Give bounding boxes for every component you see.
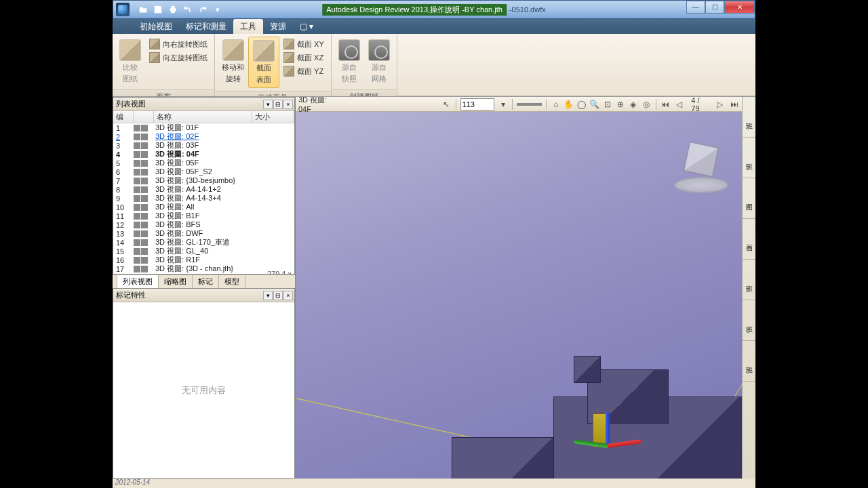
redo-icon[interactable] [196, 3, 210, 16]
gizmo-z-axis[interactable] [606, 412, 610, 446]
menu-more[interactable]: ▢ ▾ [293, 19, 320, 34]
nav-icon[interactable]: ◈ [628, 99, 639, 110]
titlebar: ▾ Autodesk Design Review 2013,操作說明 -BY c… [113, 0, 755, 19]
list-view-panel: 列表视图 ▾ ⊟ × 编号 名称 大小 13D 視圖: 01F23D 視圖: 0… [113, 97, 295, 274]
home-icon[interactable]: ⌂ [551, 99, 561, 110]
chevron-down-icon[interactable]: ▾ [211, 3, 224, 16]
first-page-icon[interactable]: ⏮ [660, 99, 671, 110]
menu-初始视图[interactable]: 初始视图 [133, 19, 179, 34]
zoom-extents-icon[interactable]: ⊕ [615, 99, 626, 110]
minimize-button[interactable]: — [686, 1, 705, 14]
quick-access-toolbar: ▾ [136, 3, 224, 16]
rail-button[interactable]: 班班 [743, 341, 755, 382]
orbit-icon[interactable]: ◯ [576, 99, 587, 110]
page-indicator: 4 / 79 [691, 96, 708, 113]
view-title: 3D 視圖: 04F [298, 96, 338, 113]
tab-列表视图[interactable]: 列表视图 [117, 274, 159, 288]
panel-close-icon[interactable]: × [283, 100, 293, 109]
gizmo-x-axis[interactable] [608, 439, 642, 448]
move-gizmo[interactable] [567, 403, 648, 479]
pan-icon[interactable]: ✋ [564, 99, 574, 110]
list-item[interactable]: 18剖面圖: A4-01_2279.4 x 215. [113, 273, 294, 274]
view-cube[interactable] [674, 139, 728, 193]
cursor-icon[interactable]: ↖ [441, 99, 452, 110]
ribbon-移动和旋转[interactable]: 移动和旋转 [218, 37, 248, 87]
ribbon-截面表面[interactable]: 截面表面 [248, 37, 279, 88]
prev-page-icon[interactable]: ◁ [675, 99, 685, 110]
zoom-window-icon[interactable]: ⊡ [602, 99, 613, 110]
save-icon[interactable] [151, 3, 165, 16]
close-button[interactable]: ✕ [724, 1, 755, 14]
rail-button[interactable]: 班班 [743, 300, 755, 341]
menu-资源[interactable]: 资源 [263, 19, 293, 34]
col-size[interactable]: 大小 [252, 111, 294, 123]
col-name[interactable]: 名称 [154, 111, 252, 123]
panel-tabs: 列表视图缩略图标记模型 [113, 274, 295, 288]
tab-标记[interactable]: 标记 [192, 274, 219, 288]
viewer-toolbar: 3D 視圖: 04F ↖ ▾ ⌂ ✋ ◯ 🔍 ⊡ ⊕ ◈ ◎ [296, 97, 742, 112]
rail-button[interactable]: 班班 [743, 260, 755, 300]
panel-pin-icon[interactable]: ⊟ [273, 100, 283, 109]
title-badge: Autodesk Design Review 2013,操作說明 -BY cha… [322, 4, 507, 16]
panel-close-icon[interactable]: × [283, 291, 293, 300]
list-body[interactable]: 13D 視圖: 01F23D 視圖: 02F33D 視圖: 03F43D 視圖:… [113, 123, 294, 274]
zoom-icon[interactable]: 🔍 [589, 99, 600, 110]
panel-menu-icon[interactable]: ▾ [263, 291, 273, 300]
menu-bar: 初始视图标记和测量工具资源▢ ▾ [113, 19, 755, 34]
panel-menu-icon[interactable]: ▾ [263, 100, 273, 109]
col-icon[interactable] [134, 111, 154, 123]
next-page-icon[interactable]: ▷ [715, 99, 726, 110]
rail-button[interactable]: 画画 [743, 219, 755, 260]
tab-缩略图[interactable]: 缩略图 [158, 274, 193, 288]
col-num[interactable]: 编号 [113, 111, 134, 123]
last-page-icon[interactable]: ⏭ [729, 99, 739, 110]
undo-icon[interactable] [181, 3, 195, 16]
menu-标记和测量[interactable]: 标记和测量 [179, 19, 233, 34]
ribbon-截面XZ[interactable]: 截面 XZ [281, 52, 327, 64]
tab-模型[interactable]: 模型 [218, 274, 245, 288]
chevron-down-icon[interactable]: ▾ [498, 99, 509, 110]
right-rail: 班班班班图图画画班班班班班班 [742, 97, 755, 479]
slider[interactable] [517, 103, 542, 106]
app-icon[interactable] [116, 3, 130, 16]
ribbon-截面XY[interactable]: 截面 XY [281, 38, 327, 50]
ribbon-向左旋转图纸[interactable]: 向左旋转图纸 [146, 52, 210, 64]
properties-empty: 无可用内容 [113, 302, 294, 478]
panel-title: 列表视图 [116, 99, 146, 109]
status-bar: 2012-05-14 [113, 479, 755, 488]
ribbon-源自网格[interactable]: 源自网格 [364, 37, 394, 87]
menu-工具[interactable]: 工具 [233, 19, 263, 34]
rail-button[interactable]: 班班 [743, 97, 755, 138]
open-icon[interactable] [136, 3, 150, 16]
ribbon: 比较图纸向右旋转图纸向左旋转图纸画布移动和旋转截面表面截面 XY截面 XZ截面 … [113, 34, 755, 96]
viewer: 3D 視圖: 04F ↖ ▾ ⌂ ✋ ◯ 🔍 ⊡ ⊕ ◈ ◎ [296, 97, 742, 479]
panel-title: 标记特性 [116, 290, 146, 300]
list-header: 编号 名称 大小 [113, 111, 294, 123]
panel-pin-icon[interactable]: ⊟ [273, 291, 283, 300]
rail-button[interactable]: 班班 [743, 138, 755, 178]
maximize-button[interactable]: ☐ [705, 1, 724, 14]
ribbon-源自快照[interactable]: 源自快照 [334, 37, 364, 87]
ribbon-比较图纸: 比较图纸 [115, 37, 145, 87]
print-icon[interactable] [166, 3, 180, 16]
ribbon-向右旋转图纸[interactable]: 向右旋转图纸 [146, 38, 210, 50]
title-filename: -0510.dwfx [509, 5, 546, 14]
canvas-3d[interactable] [296, 112, 742, 479]
rail-button[interactable]: 图图 [743, 178, 755, 219]
wheel-icon[interactable]: ◎ [641, 99, 652, 110]
properties-panel: 标记特性 ▾ ⊟ × 无可用内容 [113, 288, 295, 479]
ribbon-截面YZ[interactable]: 截面 YZ [281, 65, 327, 77]
zoom-input[interactable] [460, 98, 494, 110]
